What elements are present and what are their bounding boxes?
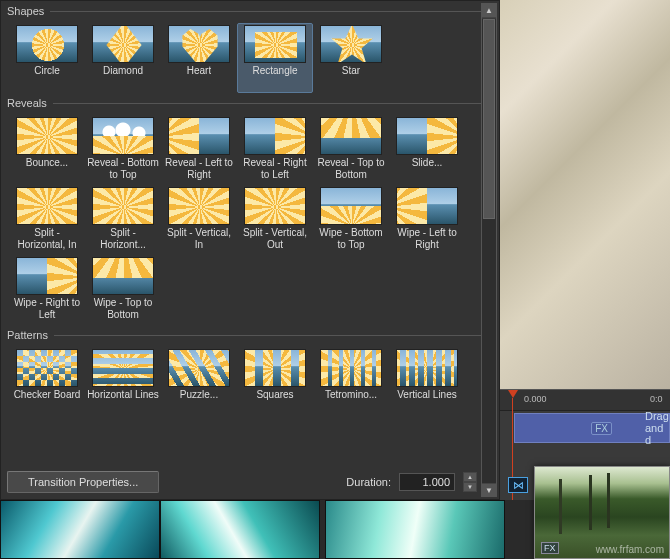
transition-thumb bbox=[396, 187, 458, 225]
spinner-up-button[interactable]: ▲ bbox=[463, 472, 477, 482]
transition-thumb bbox=[168, 117, 230, 155]
transition-thumb bbox=[92, 187, 154, 225]
transition-thumb bbox=[92, 117, 154, 155]
transition-item[interactable]: Wipe - Top to Bottom bbox=[85, 255, 161, 325]
transition-label: Diamond bbox=[103, 65, 143, 91]
transition-thumb bbox=[168, 349, 230, 387]
section-header-patterns: Patterns bbox=[7, 329, 493, 341]
transition-label: Reveal - Right to Left bbox=[239, 157, 311, 183]
transition-label: Wipe - Bottom to Top bbox=[315, 227, 387, 253]
transition-item[interactable]: Horizontal Lines bbox=[85, 347, 161, 417]
transition-label: Wipe - Top to Bottom bbox=[87, 297, 159, 323]
transition-item[interactable]: Split - Horizontal, In bbox=[9, 185, 85, 255]
transition-thumb bbox=[320, 25, 382, 63]
divider bbox=[50, 11, 493, 12]
transition-label: Split - Vertical, In bbox=[163, 227, 235, 253]
transition-thumb bbox=[16, 117, 78, 155]
transition-item[interactable]: Split - Vertical, In bbox=[161, 185, 237, 255]
media-thumb[interactable] bbox=[160, 500, 320, 559]
transition-properties-button[interactable]: Transition Properties... bbox=[7, 471, 159, 493]
transition-item[interactable]: Bounce... bbox=[9, 115, 85, 185]
transition-label: Circle bbox=[34, 65, 60, 91]
playhead-icon[interactable] bbox=[508, 390, 518, 398]
transition-thumb bbox=[244, 349, 306, 387]
transition-label: Reveal - Left to Right bbox=[163, 157, 235, 183]
grid-patterns: Checker BoardHorizontal LinesPuzzle...Sq… bbox=[7, 347, 493, 417]
transition-item[interactable]: Star bbox=[313, 23, 389, 93]
section-header-shapes: Shapes bbox=[7, 5, 493, 17]
transition-label: Slide... bbox=[412, 157, 443, 183]
transition-label: Split - Vertical, Out bbox=[239, 227, 311, 253]
transition-thumb bbox=[16, 187, 78, 225]
transition-item[interactable]: Reveal - Top to Bottom bbox=[313, 115, 389, 185]
transition-thumb bbox=[244, 25, 306, 63]
panel-footer: Transition Properties... Duration: ▲ ▼ bbox=[7, 471, 477, 493]
duration-spinner: ▲ ▼ bbox=[463, 472, 477, 492]
spinner-down-button[interactable]: ▼ bbox=[463, 482, 477, 492]
transition-label: Puzzle... bbox=[180, 389, 218, 415]
scroll-track[interactable] bbox=[482, 19, 496, 483]
transition-thumb bbox=[92, 257, 154, 295]
section-reveals: Reveals Bounce...Reveal - Bottom to TopR… bbox=[7, 97, 493, 325]
ruler-tick: 0.000 bbox=[524, 394, 547, 404]
transition-item[interactable]: Checker Board bbox=[9, 347, 85, 417]
transition-item[interactable]: Tetromino... bbox=[313, 347, 389, 417]
transition-thumb bbox=[16, 257, 78, 295]
transition-label: Star bbox=[342, 65, 360, 91]
transition-thumb bbox=[92, 25, 154, 63]
media-thumb[interactable] bbox=[0, 500, 160, 559]
transition-label: Split - Horizontal, In bbox=[11, 227, 83, 253]
divider bbox=[54, 335, 493, 336]
transition-item[interactable]: Slide... bbox=[389, 115, 465, 185]
timeline-track[interactable]: FX Drag and d bbox=[514, 413, 670, 443]
panel-scrollbar[interactable]: ▲ ▼ bbox=[481, 3, 497, 497]
transition-item[interactable]: Vertical Lines bbox=[389, 347, 465, 417]
transition-item[interactable]: Circle bbox=[9, 23, 85, 93]
transition-thumb bbox=[396, 117, 458, 155]
transition-thumb bbox=[16, 25, 78, 63]
section-header-reveals: Reveals bbox=[7, 97, 493, 109]
duration-input[interactable] bbox=[399, 473, 455, 491]
media-thumb[interactable] bbox=[325, 500, 505, 559]
transition-thumb bbox=[320, 117, 382, 155]
transition-label: Heart bbox=[187, 65, 211, 91]
transition-label: Wipe - Right to Left bbox=[11, 297, 83, 323]
transition-label: Split - Horizont... bbox=[87, 227, 159, 253]
transition-item[interactable]: Reveal - Right to Left bbox=[237, 115, 313, 185]
timeline-ruler[interactable]: 0.000 0:0 bbox=[500, 389, 670, 411]
grid-shapes: CircleDiamondHeartRectangleStar bbox=[7, 23, 493, 93]
transition-thumb bbox=[244, 187, 306, 225]
transition-label: Wipe - Left to Right bbox=[391, 227, 463, 253]
background-canvas bbox=[500, 0, 670, 400]
divider bbox=[53, 103, 493, 104]
fx-icon[interactable]: FX bbox=[591, 422, 612, 435]
transition-thumb bbox=[396, 349, 458, 387]
grid-reveals: Bounce...Reveal - Bottom to TopReveal - … bbox=[7, 115, 493, 325]
transition-item[interactable]: Split - Horizont... bbox=[85, 185, 161, 255]
transitions-panel: Shapes CircleDiamondHeartRectangleStar R… bbox=[0, 0, 500, 500]
transition-item[interactable]: Split - Vertical, Out bbox=[237, 185, 313, 255]
transition-item[interactable]: Rectangle bbox=[237, 23, 313, 93]
crossfade-icon[interactable]: ⋈ bbox=[508, 477, 528, 493]
watermark: www.frfam.com bbox=[596, 544, 664, 555]
duration-label: Duration: bbox=[346, 476, 391, 488]
transition-label: Vertical Lines bbox=[397, 389, 456, 415]
transition-item[interactable]: Diamond bbox=[85, 23, 161, 93]
transition-thumb bbox=[320, 187, 382, 225]
transition-item[interactable]: Wipe - Left to Right bbox=[389, 185, 465, 255]
scroll-down-button[interactable]: ▼ bbox=[482, 483, 496, 497]
transition-item[interactable]: Heart bbox=[161, 23, 237, 93]
scroll-up-button[interactable]: ▲ bbox=[482, 4, 496, 18]
transition-item[interactable]: Reveal - Left to Right bbox=[161, 115, 237, 185]
transition-item[interactable]: Wipe - Right to Left bbox=[9, 255, 85, 325]
transition-item[interactable]: Puzzle... bbox=[161, 347, 237, 417]
transition-label: Reveal - Bottom to Top bbox=[87, 157, 159, 183]
scroll-thumb[interactable] bbox=[483, 19, 495, 219]
transition-thumb bbox=[168, 187, 230, 225]
transition-item[interactable]: Wipe - Bottom to Top bbox=[313, 185, 389, 255]
transition-label: Checker Board bbox=[14, 389, 81, 415]
transition-label: Tetromino... bbox=[325, 389, 377, 415]
transition-label: Rectangle bbox=[252, 65, 297, 91]
transition-item[interactable]: Squares bbox=[237, 347, 313, 417]
transition-item[interactable]: Reveal - Bottom to Top bbox=[85, 115, 161, 185]
